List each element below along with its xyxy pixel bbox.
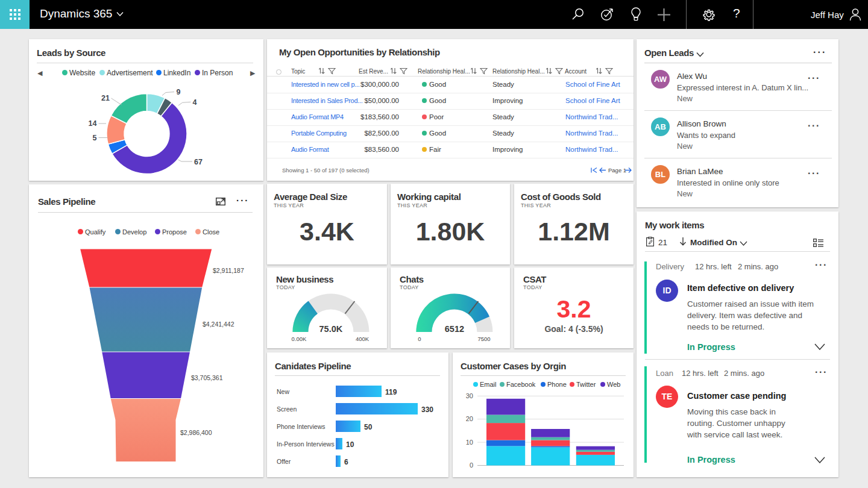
svg-text:9: 9	[177, 88, 181, 96]
svg-text:$3,705,361: $3,705,361	[191, 374, 223, 381]
svg-text:30: 30	[466, 392, 473, 399]
svg-text:67: 67	[194, 158, 203, 166]
svg-text:0: 0	[470, 461, 473, 469]
svg-text:10: 10	[466, 439, 473, 446]
svg-text:20: 20	[466, 415, 473, 422]
svg-text:0: 0	[418, 336, 421, 342]
svg-text:7500: 7500	[477, 336, 490, 342]
svg-text:21: 21	[101, 94, 110, 102]
svg-text:$2,986,400: $2,986,400	[180, 429, 212, 436]
svg-text:$2,911,187: $2,911,187	[213, 267, 244, 274]
svg-text:0.00K: 0.00K	[292, 336, 307, 342]
svg-text:75.0K: 75.0K	[319, 324, 343, 334]
svg-text:6512: 6512	[445, 324, 464, 334]
svg-text:$4,241,442: $4,241,442	[203, 321, 234, 328]
svg-text:14: 14	[89, 119, 97, 128]
svg-text:5: 5	[93, 134, 97, 142]
svg-text:400K: 400K	[356, 336, 370, 342]
svg-text:4: 4	[193, 98, 197, 107]
